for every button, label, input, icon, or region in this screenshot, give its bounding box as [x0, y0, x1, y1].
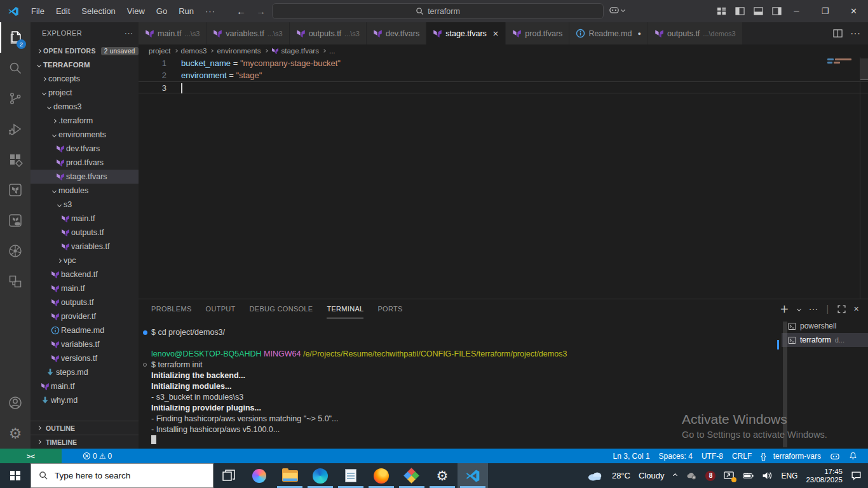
- tree-item-modules[interactable]: modules: [31, 184, 139, 198]
- taskbar-file-explorer-icon[interactable]: [275, 463, 305, 488]
- onedrive-paused-icon[interactable]: [686, 470, 697, 481]
- action-center-icon[interactable]: [851, 470, 862, 481]
- terminal-output[interactable]: $ cd project/demos3/lenovo@DESKTOP-BQ5AH…: [139, 319, 782, 449]
- tree-item-.terraform[interactable]: .terraform: [31, 114, 139, 128]
- tree-root-terraform[interactable]: TERRAFORM: [31, 58, 139, 72]
- maximize-panel-icon[interactable]: [837, 305, 846, 313]
- cast-screen-icon[interactable]: [724, 470, 735, 481]
- minimize-button[interactable]: ─: [782, 0, 811, 22]
- tree-item-dev.tfvars[interactable]: dev.tfvars: [31, 142, 139, 156]
- tree-item-variables.tf[interactable]: variables.tf: [31, 240, 139, 254]
- tree-item-prod.tfvars[interactable]: prod.tfvars: [31, 156, 139, 170]
- tree-item-versions.tf[interactable]: versions.tf: [31, 351, 139, 365]
- panel-more-icon[interactable]: ···: [809, 304, 818, 314]
- tray-expand-icon[interactable]: [673, 473, 677, 478]
- customize-layout-icon[interactable]: [717, 6, 726, 16]
- volume-icon[interactable]: [762, 470, 773, 481]
- outline-section[interactable]: OUTLINE: [31, 421, 139, 435]
- timeline-section[interactable]: TIMELINE: [31, 435, 139, 449]
- menu-edit[interactable]: Edit: [50, 0, 76, 22]
- toggle-panel-icon[interactable]: [754, 6, 763, 16]
- minimap[interactable]: [827, 58, 858, 65]
- copilot-menu[interactable]: [609, 5, 625, 15]
- activity-account-icon[interactable]: [0, 388, 31, 418]
- tree-item-backend.tf[interactable]: backend.tf: [31, 268, 139, 281]
- start-button[interactable]: [0, 463, 31, 488]
- activity-settings-gear-icon[interactable]: ⚙: [0, 418, 31, 449]
- panel-tab-terminal[interactable]: TERMINAL: [327, 300, 363, 318]
- language-indicator[interactable]: ENG: [781, 471, 797, 480]
- tree-item-outputs.tf[interactable]: outputs.tf: [31, 295, 139, 309]
- tree-item-s3[interactable]: s3: [31, 198, 139, 212]
- breadcrumb-project[interactable]: project: [149, 47, 171, 55]
- command-center-search[interactable]: terraform: [272, 3, 604, 19]
- back-arrow-icon[interactable]: ←: [236, 6, 246, 17]
- tree-item-steps.md[interactable]: steps.md: [31, 365, 139, 379]
- menu-file[interactable]: File: [25, 0, 50, 22]
- menu-view[interactable]: View: [121, 0, 151, 22]
- tree-item-project[interactable]: project: [31, 86, 139, 100]
- activity-terraform-icon[interactable]: [0, 175, 31, 205]
- tab-outputs.tf[interactable]: outputs.tf...\s3: [290, 22, 367, 44]
- close-icon[interactable]: ×: [492, 29, 499, 38]
- open-editors-section[interactable]: OPEN EDITORS 2 unsaved: [31, 44, 139, 58]
- taskbar-notepad-icon[interactable]: [336, 463, 366, 488]
- panel-tab-debug-console[interactable]: DEBUG CONSOLE: [250, 305, 313, 313]
- tree-item-variables.tf[interactable]: variables.tf: [31, 337, 139, 351]
- eol-sequence[interactable]: CRLF: [728, 452, 756, 461]
- panel-tab-problems[interactable]: PROBLEMS: [151, 305, 192, 313]
- tree-item-environments[interactable]: environments: [31, 128, 139, 142]
- close-panel-icon[interactable]: ×: [854, 304, 859, 314]
- encoding[interactable]: UTF-8: [697, 452, 728, 461]
- taskbar-pinwheel-app-icon[interactable]: [397, 463, 427, 488]
- activity-source-control-icon[interactable]: [0, 83, 31, 114]
- panel-tab-ports[interactable]: PORTS: [377, 305, 402, 313]
- weather-cloud-icon[interactable]: [587, 470, 604, 481]
- battery-icon[interactable]: [743, 470, 754, 481]
- toggle-sidebar-icon[interactable]: [735, 6, 745, 16]
- tab-main.tf[interactable]: main.tf...\s3: [139, 22, 207, 44]
- split-editor-icon[interactable]: [833, 29, 843, 38]
- activity-terraform-cloud-icon[interactable]: [0, 205, 31, 236]
- taskbar-copilot-icon[interactable]: [244, 463, 275, 488]
- menu-go[interactable]: Go: [151, 0, 173, 22]
- terminal-dropdown-icon[interactable]: [797, 306, 801, 311]
- tree-item-outputs.tf[interactable]: outputs.tf: [31, 226, 139, 240]
- remote-indicator[interactable]: ><: [0, 449, 62, 463]
- breadcrumb-demos3[interactable]: demos3: [181, 47, 207, 55]
- command-decoration-icon[interactable]: [143, 330, 147, 335]
- terminal-scrollbar[interactable]: [783, 322, 787, 447]
- tree-item-main.tf[interactable]: main.tf: [31, 212, 139, 226]
- tree-item-demos3[interactable]: demos3: [31, 100, 139, 114]
- new-terminal-icon[interactable]: +: [780, 302, 789, 315]
- tree-item-vpc[interactable]: vpc: [31, 254, 139, 268]
- activity-files-icon[interactable]: 2: [0, 22, 31, 53]
- menu-more-icon[interactable]: ···: [200, 6, 221, 16]
- breadcrumb-environments[interactable]: environments: [217, 47, 261, 55]
- tree-item-Readme.md[interactable]: Readme.md: [31, 323, 139, 337]
- editor-scrollbar[interactable]: [860, 57, 868, 299]
- panel-tab-output[interactable]: OUTPUT: [206, 305, 236, 313]
- terminal-instance-powershell[interactable]: powershell: [782, 319, 868, 333]
- tree-item-concepts[interactable]: concepts: [31, 72, 139, 86]
- activity-search-icon[interactable]: [0, 53, 31, 83]
- red-badge-app-icon[interactable]: 8: [705, 471, 715, 481]
- tree-item-main.tf[interactable]: main.tf: [31, 281, 139, 295]
- weather-temperature[interactable]: 28°C: [612, 471, 630, 480]
- taskbar-settings-icon[interactable]: ⚙: [427, 463, 458, 488]
- command-decoration-icon[interactable]: [143, 363, 147, 367]
- taskbar-firefox-icon[interactable]: [366, 463, 397, 488]
- activity-kubernetes-icon[interactable]: [0, 236, 31, 266]
- code-line-3[interactable]: 3: [139, 81, 868, 93]
- tab-prod.tfvars[interactable]: prod.tfvars: [506, 22, 569, 44]
- taskbar-search-input[interactable]: Type here to search: [31, 463, 214, 488]
- activity-remote-explorer-icon[interactable]: [0, 266, 31, 297]
- copilot-status[interactable]: [825, 452, 844, 461]
- tab-Readme.md[interactable]: Readme.md●: [569, 22, 648, 44]
- code-editor[interactable]: 1bucket_name = "mycompany-stage-bucket"2…: [139, 57, 868, 299]
- code-line-1[interactable]: 1bucket_name = "mycompany-stage-bucket": [139, 57, 868, 69]
- tree-item-stage.tfvars[interactable]: stage.tfvars: [31, 170, 139, 184]
- menu-run[interactable]: Run: [173, 0, 200, 22]
- tree-item-provider.tf[interactable]: provider.tf: [31, 309, 139, 323]
- taskbar-edge-icon[interactable]: [305, 463, 336, 488]
